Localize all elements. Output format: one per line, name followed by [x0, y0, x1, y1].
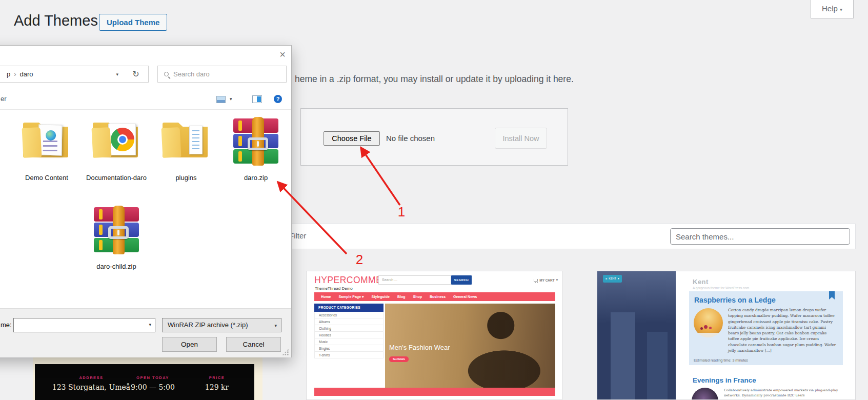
refresh-button[interactable]: ↻ [124, 66, 149, 83]
preview-theme-name: Kent [693, 278, 709, 286]
refresh-icon: ↻ [132, 70, 139, 78]
preview-nav-item: General News [453, 295, 477, 298]
help-icon[interactable]: ? [274, 95, 282, 103]
chevron-down-icon: ▾ [556, 278, 558, 282]
preview-category: Albums [314, 318, 383, 325]
file-item[interactable]: daro-child.zip [83, 207, 150, 271]
preview-reading-time: Estimated reading time: 3 minutes [694, 358, 748, 362]
preview-nav-item: Sample Page ▾ [338, 295, 364, 299]
chevron-down-icon[interactable]: ▾ [230, 96, 232, 102]
menu-icon: ≡ [605, 275, 607, 283]
preview-category-sidebar: PRODUCT CATEGORIES Accessories Albums Cl… [314, 304, 383, 358]
upload-description: heme in a .zip format, you may install o… [295, 74, 574, 85]
choose-file-button[interactable]: Choose File [324, 131, 380, 146]
preview-post-title: Evenings in France [693, 376, 756, 384]
preview-hero-button: See Details [389, 356, 409, 362]
resize-grip[interactable] [282, 349, 289, 355]
preview-post-thumbnail [694, 308, 723, 337]
chevron-down-icon: ▾ [362, 295, 364, 298]
breadcrumb[interactable]: p › daro ▾ [0, 66, 124, 83]
search-icon [164, 72, 169, 76]
toolbar-text-remnant: er [1, 95, 7, 103]
cart-icon [534, 279, 538, 282]
preview-sidebar-title: PRODUCT CATEGORIES [314, 304, 383, 312]
annotation-number-1: 1 [394, 204, 409, 220]
preview-theme-tagline: A gorgeous theme for WordPress.com [693, 286, 749, 290]
winrar-archive-icon [93, 207, 140, 254]
cancel-button[interactable]: Cancel [226, 337, 281, 352]
search-themes-input[interactable] [670, 228, 850, 245]
screen: Add Themes Upload Theme Help ▾ heme in a… [0, 0, 868, 400]
chevron-down-icon[interactable]: ▾ [116, 72, 118, 77]
upload-theme-panel: Choose File No file chosen Install Now [300, 108, 568, 166]
preview-nav-item: Blog [397, 295, 406, 298]
chrome-folder-icon [93, 118, 140, 166]
chevron-down-icon: ▾ [618, 275, 619, 283]
filename-combo[interactable]: ▾ [13, 318, 155, 332]
view-thumbnails-icon[interactable] [216, 96, 226, 103]
preview-pane-icon[interactable] [252, 95, 262, 103]
preview-category: T-shirts [314, 352, 383, 358]
preview-nav-item: Business [430, 295, 446, 298]
preview-photo [597, 271, 676, 400]
file-item[interactable]: Demo Content [13, 118, 80, 182]
preview-menu-button: ≡ KENT ▾ [603, 275, 622, 283]
help-tab[interactable]: Help ▾ [811, 0, 854, 18]
page-title: Add Themes [14, 12, 98, 29]
preview-cart: MY CART ▾ [534, 278, 558, 282]
file-item[interactable]: daro.zip [223, 118, 289, 182]
close-icon[interactable]: × [277, 48, 288, 61]
install-now-button[interactable]: Install Now [495, 128, 547, 149]
preview-post-excerpt: Collaboratively administrate empowered m… [724, 388, 841, 398]
preview-post-title: Raspberries on a Ledge [694, 296, 776, 304]
file-type-select[interactable]: WinRAR ZIP archive (*.zip) ▾ [162, 318, 281, 332]
preview-post-thumbnail [692, 388, 718, 400]
preview-category: Clothing [314, 325, 383, 332]
preview-search-input: Search ... [378, 275, 451, 285]
file-item[interactable]: plugins [153, 118, 219, 182]
theme-card-partial[interactable]: ADDRESS 123 Storgatan, Umeå OPEN TODAY 9… [33, 357, 263, 400]
file-item[interactable]: Documentation-daro [83, 118, 150, 182]
preview-category: Hoodies [314, 332, 383, 338]
preview-category: Accessories [314, 312, 383, 318]
bookmark-icon [829, 291, 835, 299]
breadcrumb-segment[interactable]: daro [20, 70, 33, 78]
preview-category: Singles [314, 345, 383, 352]
open-button[interactable]: Open [162, 337, 217, 352]
preview-category: Music [314, 338, 383, 345]
html-document-folder-icon [23, 118, 70, 166]
folder-icon [163, 118, 210, 166]
theme-card-kent[interactable]: ≡ KENT ▾ Kent A gorgeous theme for WordP… [597, 271, 856, 400]
chevron-down-icon[interactable]: ▾ [149, 322, 151, 327]
winrar-archive-icon [232, 118, 279, 166]
breadcrumb-segment[interactable]: p [7, 70, 10, 78]
preview-nav-item: Styleguide [372, 295, 390, 298]
preview-post-card: Raspberries on a Ledge Cotton candy drag… [689, 291, 843, 365]
annotation-number-2: 2 [352, 252, 367, 268]
dialog-search-input[interactable] [173, 70, 276, 78]
preview-info-column: PRICE 129 kr [189, 364, 245, 391]
filter-button[interactable]: Filter [289, 231, 306, 240]
preview-info-strip: ADDRESS 123 Storgatan, Umeå OPEN TODAY 9… [35, 364, 254, 400]
chevron-down-icon: ▾ [274, 319, 277, 332]
preview-info-column: OPEN TODAY 9:00 — 5:00 [112, 364, 194, 391]
open-file-dialog: × p › daro ▾ ↻ er ▾ ? Demo Content Doc [0, 45, 292, 357]
preview-nav-item: Shop [413, 295, 422, 298]
file-list: Demo Content Documentation-daro plugins … [0, 110, 291, 308]
filename-label: me: [1, 321, 12, 329]
no-file-chosen-text: No file chosen [386, 134, 435, 143]
chevron-down-icon: ▾ [840, 7, 842, 12]
preview-search-button: SEARCH [451, 275, 472, 285]
preview-hero-title: Men's Fashion Wear [389, 344, 450, 351]
preview-post-excerpt: Cotton candy dragée marzipan lemon drops… [728, 307, 838, 353]
filename-input[interactable] [14, 318, 142, 332]
preview-nav-item: Home [321, 295, 331, 298]
preview-nav-bar: Home Sample Page ▾ Styleguide Blog Shop … [314, 292, 555, 301]
dialog-footer: me: ▾ WinRAR ZIP archive (*.zip) ▾ Open … [0, 308, 291, 357]
preview-hero-image: Men's Fashion Wear See Details [385, 304, 555, 388]
theme-card-hypercommerce[interactable]: HYPERCOMMERCE ThemeThread Demo Search ..… [306, 271, 562, 400]
preview-site-tagline: ThemeThread Demo [315, 286, 353, 291]
breadcrumb-separator-icon: › [14, 70, 16, 78]
dialog-search-box[interactable] [157, 66, 287, 83]
upload-theme-button[interactable]: Upload Theme [99, 14, 167, 31]
